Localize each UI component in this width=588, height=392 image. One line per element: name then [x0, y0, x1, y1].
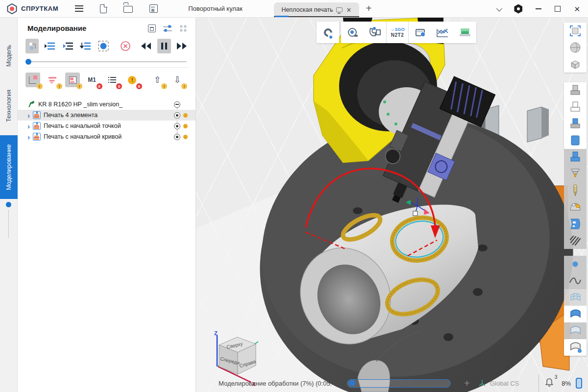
tree-item-label: Печать с начальной точкой [44, 122, 121, 129]
viewport-3d[interactable]: Z X Сверху Спереди Справа [196, 18, 588, 392]
expand-chevron-icon[interactable]: › [27, 122, 33, 130]
gcode-line2: N2T2 [391, 32, 404, 38]
new-tab-button[interactable]: + [366, 3, 372, 14]
machine-part-icon[interactable] [564, 199, 587, 216]
issues-toolbar: ! ! ! M1 0 0 ! 0 [18, 68, 196, 91]
gcode-line1: →1GO [390, 27, 405, 32]
cs-label[interactable]: Global CS [490, 380, 519, 387]
simulation-progress-slider[interactable] [26, 61, 187, 62]
stop-icon[interactable] [119, 39, 132, 53]
hamburger-menu-icon[interactable] [75, 5, 83, 12]
feed-warning-icon[interactable]: ! [46, 73, 60, 87]
tree-row-print-point[interactable]: › Печать с начальной точкой [18, 121, 196, 131]
point-icon[interactable] [564, 256, 587, 272]
collision-report-icon[interactable]: ! [65, 73, 80, 87]
toolholder-icon[interactable] [564, 166, 587, 182]
pause-icon[interactable] [157, 39, 171, 53]
minimize-icon[interactable] [536, 8, 541, 9]
parameters-icon[interactable] [163, 25, 172, 32]
surface-light-icon[interactable] [564, 322, 587, 339]
maximize-icon[interactable] [555, 6, 561, 12]
new-file-button[interactable] [100, 4, 107, 13]
viewport-toolbar: →1GO N2T2 [317, 22, 476, 43]
message-list-icon[interactable]: 0 [105, 73, 120, 87]
next-warning-icon[interactable]: ⇩! [170, 73, 185, 87]
structure-icon[interactable] [25, 39, 39, 53]
gcode-icon[interactable]: →1GO N2T2 [386, 22, 409, 43]
measure-tape-icon[interactable] [341, 22, 364, 43]
close-icon[interactable]: ✕ [574, 5, 580, 13]
axis-z-label: Z [214, 330, 218, 336]
app-logo: СПРУТКАМ [7, 3, 58, 14]
workpiece-outline-icon[interactable] [564, 99, 587, 116]
warning-badge: ! [76, 83, 82, 89]
surface-filled-icon[interactable] [564, 306, 587, 322]
progress-slider[interactable] [347, 379, 451, 388]
visibility-radio[interactable] [174, 112, 180, 119]
tab-close-icon[interactable]: ✕ [346, 7, 351, 13]
notifications-bell-icon[interactable]: 3 [545, 378, 554, 389]
tab-neploskaya-pechat[interactable]: Неплоская печать ✕ [274, 2, 359, 17]
workpiece-combined-icon[interactable] [564, 116, 587, 132]
zoom-level: 8% [562, 380, 571, 387]
curve-icon[interactable] [564, 272, 587, 289]
progress-knob[interactable] [349, 380, 355, 386]
hexagon-logo-icon [7, 3, 17, 14]
fit-selection-icon[interactable] [564, 23, 587, 39]
warning-badge: ! [181, 83, 187, 89]
step-over-icon[interactable] [61, 39, 74, 53]
tab-technology[interactable]: Технология [0, 80, 18, 131]
mesh-surface-icon[interactable] [564, 289, 587, 306]
coordinate-system-icon[interactable] [478, 379, 487, 388]
box-view-icon[interactable] [564, 56, 587, 73]
scene-3d: Z X Сверху Спереди Справа [196, 18, 588, 392]
machine-sim-icon[interactable] [454, 22, 476, 43]
graphs-icon[interactable] [431, 22, 454, 43]
warning-ball-icon[interactable]: ! 0 [125, 73, 140, 87]
step-list-icon[interactable] [79, 39, 92, 53]
tab-label: Неплоская печать [281, 6, 333, 13]
open-file-button[interactable] [123, 4, 133, 13]
add-cs-button[interactable]: + [464, 377, 470, 389]
toolpath-hatch-icon[interactable] [564, 232, 587, 249]
workpiece-gray-icon[interactable] [564, 82, 587, 99]
slider-knob[interactable] [25, 59, 31, 65]
surface-point-icon[interactable] [564, 339, 587, 356]
robot-icon [27, 100, 35, 108]
expand-chevron-icon[interactable]: › [27, 133, 33, 141]
step-into-icon[interactable] [43, 39, 56, 53]
simulation-panel: Моделирование [18, 18, 196, 392]
save-icon[interactable] [148, 24, 156, 32]
status-bar: Моделирование обработки (7%) (0:05:40) +… [196, 374, 588, 392]
magnet-snap-icon[interactable] [317, 22, 339, 43]
collapse-all-toggle[interactable] [174, 101, 180, 108]
workpiece-blue-icon[interactable] [564, 149, 587, 166]
expand-chevron-icon[interactable]: › [27, 112, 33, 119]
tree-root-row[interactable]: KR 8 R1620 HP _slim version_ [18, 99, 196, 110]
m1-stops-icon[interactable]: M1 0 [85, 73, 100, 87]
calculator-icon[interactable] [409, 22, 431, 43]
solid-block-icon[interactable] [564, 132, 587, 149]
select-current-icon[interactable] [97, 39, 110, 53]
tab-model[interactable]: Модель [0, 37, 18, 74]
sphere-view-icon[interactable] [564, 39, 587, 56]
warning-badge: ! [37, 83, 43, 89]
collision-check-icon[interactable]: ! [25, 73, 40, 87]
warning-badge: ! [161, 83, 167, 89]
prev-warning-icon[interactable]: ⇧! [150, 73, 165, 87]
hexnut-settings-icon[interactable] [514, 4, 522, 14]
tree-row-print4[interactable]: › Печать 4 элемента [18, 110, 196, 121]
machine-blue-icon[interactable] [564, 216, 587, 232]
layout-grid-icon[interactable] [179, 24, 187, 32]
chevron-down-icon[interactable] [496, 5, 503, 11]
strip-slider-dot[interactable] [6, 202, 11, 207]
tab-simulation[interactable]: Моделирование [0, 135, 18, 199]
visibility-radio[interactable] [174, 123, 180, 129]
fast-forward-icon[interactable] [175, 39, 189, 53]
tree-row-print-curve[interactable]: › Печать с начальной кривой [18, 131, 196, 142]
caliper-icon[interactable] [364, 22, 386, 43]
drill-tool-icon[interactable] [564, 182, 587, 199]
visibility-radio[interactable] [174, 134, 180, 140]
save-file-button[interactable] [149, 4, 158, 13]
rewind-icon[interactable] [140, 39, 153, 53]
